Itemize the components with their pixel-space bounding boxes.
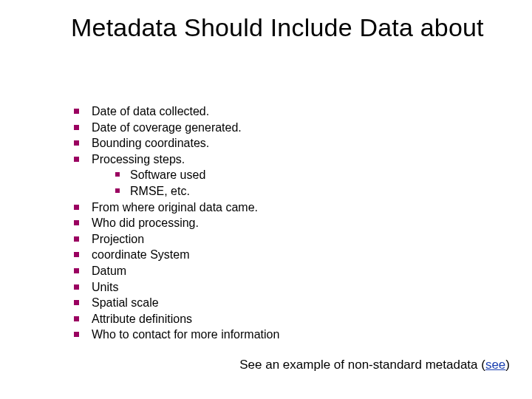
bullet-text: coordinate System [92,248,190,261]
list-item: Software used [112,167,485,183]
list-item: RMSE, etc. [112,183,485,200]
list-item: Date of data collected. [71,103,485,120]
bullet-text: Datum [92,265,126,277]
sub-bullet-list: Software used RMSE, etc. [92,167,485,199]
bullet-text: Software used [130,168,205,181]
list-item: Who to contact for more information [71,327,485,343]
bullet-text: Who did processing. [92,216,199,229]
list-item: Processing steps. Software used RMSE, et… [71,151,485,200]
list-item: Datum [71,263,485,279]
list-item: Spatial scale [71,295,485,311]
bullet-text: From where original data came. [92,201,258,214]
bullet-text: Date of data collected. [92,105,209,117]
bullet-text: Bounding coordinates. [92,137,209,149]
list-item: From where original data came. [71,200,485,216]
list-item: Attribute definitions [71,311,485,327]
bullet-text: Who to contact for more information [92,328,279,341]
slide-body: Date of data collected. Date of coverage… [71,103,485,343]
bullet-text: Projection [92,233,144,245]
list-item: Projection [71,231,485,248]
list-item: Units [71,279,485,296]
list-item: Bounding coordinates. [71,135,485,151]
bullet-text: Date of coverage generated. [92,121,242,134]
bullet-text: Attribute definitions [92,313,192,325]
list-item: Who did processing. [71,215,485,231]
bullet-text: Spatial scale [92,296,159,309]
slide: Metadata Should Include Data about Date … [0,0,532,399]
footer-line: See an example of non-standard metadata … [0,358,510,372]
bullet-text: RMSE, etc. [130,185,190,197]
see-link[interactable]: see [485,358,505,372]
bullet-text: Units [92,281,118,293]
list-item: Date of coverage generated. [71,120,485,136]
footer-suffix: ) [505,358,510,372]
bullet-list: Date of data collected. Date of coverage… [71,103,485,343]
bullet-text: Processing steps. [92,153,185,166]
slide-title: Metadata Should Include Data about [71,13,485,42]
footer-prefix: See an example of non-standard metadata … [239,358,485,372]
list-item: coordinate System [71,247,485,263]
